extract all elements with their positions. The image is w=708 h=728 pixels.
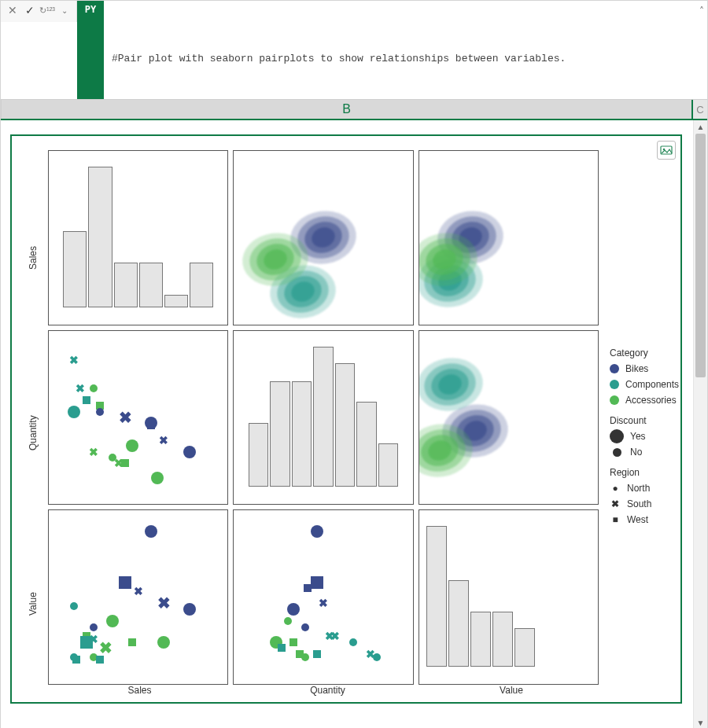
- scatter-point-square: [83, 396, 90, 404]
- legend-cross-icon: ✖: [610, 496, 621, 512]
- legend-item-region-west: ■West: [610, 512, 679, 528]
- hist-bar: [63, 231, 87, 307]
- scatter-point-cross: ✖: [69, 354, 79, 366]
- hist-bars: [249, 348, 399, 487]
- hist-bar: [356, 402, 377, 487]
- scatter-point-circle: [183, 446, 196, 458]
- scatter-point-cross: ✖: [157, 594, 171, 612]
- hist-bar: [88, 167, 112, 307]
- code-editor[interactable]: ˄ #Pair plot with seaborn pairplots to s…: [104, 1, 707, 99]
- scatter-point-cross: ✖: [330, 630, 340, 642]
- scroll-down-icon[interactable]: ▼: [694, 716, 707, 728]
- panel-kde-sales-quantity: [233, 150, 413, 325]
- legend-item-accessories: Accessories: [610, 392, 679, 408]
- panel-scatter-quantity-sales: 15010050 ✖✖✖✖✖✖: [48, 330, 228, 506]
- legend-dot-icon: [610, 395, 619, 405]
- scatter-point-circle: [90, 623, 98, 631]
- formula-bar: ✕ ✓ ↻¹²³ ⌄ PY ˄ #Pair plot with seaborn …: [1, 1, 707, 100]
- legend-square-icon: ■: [610, 512, 621, 528]
- scatter-point-square: [313, 650, 321, 658]
- legend-item-components: Components: [610, 377, 679, 392]
- legend-category-title: Category: [610, 345, 679, 361]
- hist-bar: [470, 612, 491, 667]
- selected-cell-output[interactable]: Sales Quantity Value 151050 15010050: [10, 134, 682, 704]
- scatter-point-square: [121, 459, 129, 467]
- python-refresh-icon[interactable]: ↻¹²³: [40, 3, 54, 17]
- scatter-point-square: [278, 644, 286, 652]
- x-axis-label-quantity: Quantity: [236, 685, 419, 696]
- hist-bar: [492, 612, 513, 667]
- scatter-point-circle: [90, 384, 98, 392]
- scatter-point-circle: [106, 615, 119, 627]
- scatter-point-square: [80, 636, 93, 649]
- legend-region-title: Region: [610, 465, 679, 480]
- hist-bars: [426, 528, 536, 667]
- scatter-point-square: [147, 421, 155, 429]
- scatter-point-cross: ✖: [319, 597, 328, 609]
- hist-bar: [378, 443, 399, 487]
- scroll-up-icon[interactable]: ▲: [694, 120, 707, 134]
- scatter-point-square: [289, 638, 297, 646]
- code-line: #Pair plot with seaborn pairplots to sho…: [112, 51, 690, 67]
- scatter-point-square: [311, 576, 323, 589]
- scatter-point-square: [119, 576, 131, 589]
- scatter-point-circle: [151, 472, 164, 484]
- column-header-c-partial[interactable]: C: [693, 100, 707, 119]
- python-badge: PY: [77, 1, 104, 99]
- pairgrid: 151050 15010050 ✖✖✖✖✖✖: [48, 150, 599, 685]
- legend-discount-title: Discount: [610, 413, 679, 428]
- scatter-point-cross: ✖: [159, 434, 168, 447]
- scroll-thumb[interactable]: [695, 134, 706, 377]
- worksheet-area[interactable]: Sales Quantity Value 151050 15010050: [1, 120, 707, 728]
- scatter-point-square: [96, 656, 104, 664]
- y-axis-label-quantity: Quantity: [28, 415, 39, 450]
- refresh-dropdown-icon[interactable]: ⌄: [57, 3, 72, 17]
- hist-bar: [114, 263, 138, 307]
- yticks-sales: 151050: [48, 151, 50, 325]
- formula-bar-controls: ✕ ✓ ↻¹²³ ⌄: [1, 1, 77, 22]
- scatter-point-square: [72, 656, 80, 664]
- scatter-point-circle: [126, 439, 138, 452]
- hist-bar: [448, 580, 469, 667]
- hist-bar: [426, 526, 447, 667]
- yticks-value: 50403020: [48, 510, 50, 684]
- legend-size-icon: [610, 429, 624, 443]
- scatter-point-square: [128, 638, 136, 646]
- legend-item-bikes: Bikes: [610, 361, 679, 377]
- scatter-point-circle: [373, 653, 381, 661]
- vertical-scrollbar[interactable]: ▲ ▼: [693, 120, 707, 728]
- confirm-icon[interactable]: ✓: [23, 3, 37, 17]
- scatter-point-cross: ✖: [99, 638, 112, 657]
- scatter-point-circle: [301, 623, 309, 631]
- hist-bar: [249, 423, 269, 487]
- cancel-icon[interactable]: ✕: [6, 3, 20, 17]
- panel-hist-sales: 151050: [48, 150, 228, 325]
- scatter-point-circle: [145, 525, 157, 538]
- collapse-icon[interactable]: ˄: [699, 4, 704, 20]
- app-window: ✕ ✓ ↻¹²³ ⌄ PY ˄ #Pair plot with seaborn …: [0, 0, 708, 728]
- scatter-point-circle: [70, 602, 78, 610]
- scatter-point-cross: ✖: [134, 585, 143, 597]
- column-header-row: B C: [1, 100, 707, 120]
- scatter-point-circle: [68, 406, 80, 418]
- panel-kde-quantity-value: [419, 330, 599, 506]
- scatter-point-circle: [157, 636, 170, 649]
- panel-hist-quantity: [233, 330, 413, 506]
- legend-item-discount-no: No: [610, 444, 679, 460]
- scatter-point-cross: ✖: [89, 446, 98, 458]
- hist-bar: [514, 628, 535, 666]
- scatter-point-square: [304, 584, 312, 592]
- column-header-b[interactable]: B: [1, 100, 693, 119]
- scatter-point-circle: [183, 603, 196, 616]
- scatter-point-circle: [284, 617, 292, 625]
- legend-dot-icon: [610, 364, 619, 373]
- code-line: g=sns.PairGrid(SalesData,diag_sharey=Tru…: [112, 98, 690, 99]
- hist-bar: [335, 363, 356, 487]
- image-card-icon[interactable]: [657, 141, 676, 160]
- scatter-point-circle: [96, 408, 104, 416]
- x-axis-label-sales: Sales: [48, 685, 231, 696]
- panel-hist-value: 20406080: [419, 509, 599, 685]
- panel-scatter-value-quantity: 50100150 ✖✖✖✖: [233, 509, 413, 685]
- legend-dot-icon: [610, 380, 619, 389]
- panel-kde-sales-value: [419, 150, 599, 325]
